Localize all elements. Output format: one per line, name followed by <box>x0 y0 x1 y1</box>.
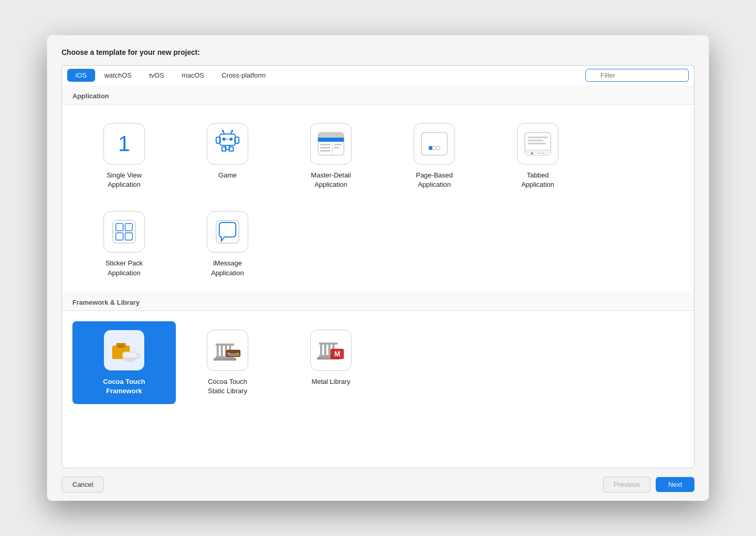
svg-rect-57 <box>319 343 338 345</box>
content-area[interactable]: Application 1 Single ViewApplication <box>62 85 694 468</box>
svg-rect-59 <box>324 345 326 355</box>
svg-rect-46 <box>123 352 137 358</box>
page-based-label: Page-BasedApplication <box>416 171 453 189</box>
svg-point-31 <box>538 153 539 154</box>
cocoa-touch-framework-label: Cocoa TouchFramework <box>103 377 145 396</box>
template-sticker-pack[interactable]: Sticker PackApplication <box>72 203 176 286</box>
section-header-framework-library: Framework & Library <box>62 291 694 311</box>
dialog-footer: Cancel Previous Next <box>47 468 709 501</box>
tabbed-icon: ★ <box>523 130 553 157</box>
new-project-dialog: Choose a template for your new project: … <box>47 35 709 501</box>
application-templates-grid-row2: Sticker PackApplication iMessageApplicat… <box>62 203 694 291</box>
svg-rect-18 <box>320 147 330 148</box>
svg-rect-3 <box>225 138 230 140</box>
filter-wrapper: ⊜ <box>585 69 689 82</box>
svg-rect-17 <box>320 144 330 145</box>
framework-templates-grid: Cocoa TouchFramework <box>62 311 694 409</box>
svg-rect-58 <box>320 345 322 355</box>
single-view-icon-wrap: 1 <box>103 123 145 165</box>
cocoa-touch-static-label: Cocoa TouchStatic Library <box>208 377 247 396</box>
tab-crossplatform[interactable]: Cross-platform <box>214 69 274 82</box>
svg-rect-49 <box>217 346 219 356</box>
svg-text:★: ★ <box>530 151 534 156</box>
svg-rect-41 <box>125 233 132 240</box>
svg-rect-36 <box>528 143 546 144</box>
tab-tvos[interactable]: tvOS <box>141 69 172 82</box>
game-label: Game <box>218 171 236 180</box>
template-imessage[interactable]: iMessageApplication <box>176 203 279 286</box>
master-detail-icon-wrap <box>310 123 352 165</box>
svg-rect-16 <box>318 138 344 142</box>
imessage-icon-wrap <box>207 211 248 252</box>
svg-point-33 <box>543 153 545 154</box>
svg-rect-22 <box>334 147 339 148</box>
svg-rect-40 <box>116 233 123 240</box>
svg-rect-38 <box>116 224 123 231</box>
filter-input[interactable] <box>585 69 689 82</box>
svg-rect-19 <box>320 150 330 152</box>
imessage-icon <box>214 218 241 245</box>
template-single-view[interactable]: 1 Single ViewApplication <box>72 115 176 198</box>
svg-rect-48 <box>216 344 234 346</box>
dialog-title: Choose a template for your new project: <box>62 48 200 56</box>
cocoa-touch-static-icon-wrap: Touch <box>207 330 248 371</box>
svg-rect-23 <box>421 132 447 155</box>
template-cocoa-touch-framework[interactable]: Cocoa TouchFramework <box>72 321 176 404</box>
next-button[interactable]: Next <box>656 477 694 492</box>
svg-rect-15 <box>318 135 344 138</box>
metal-library-icon-wrap: M <box>310 330 352 371</box>
svg-rect-21 <box>334 144 342 145</box>
svg-point-12 <box>231 130 233 132</box>
svg-rect-60 <box>328 345 330 355</box>
svg-rect-54 <box>214 358 236 361</box>
tab-watchos[interactable]: watchOS <box>96 69 140 82</box>
sticker-pack-icon-wrap <box>103 211 145 252</box>
tabbed-label: TabbedApplication <box>521 171 554 189</box>
dialog-header: Choose a template for your new project: <box>47 35 709 65</box>
cancel-button[interactable]: Cancel <box>62 477 104 493</box>
template-page-based[interactable]: Page-BasedApplication <box>383 115 486 198</box>
tab-ios[interactable]: iOS <box>67 69 95 82</box>
template-game[interactable]: Game <box>176 115 279 198</box>
game-icon <box>214 130 241 158</box>
svg-rect-35 <box>528 140 543 141</box>
template-metal-library[interactable]: M Metal Library <box>279 321 383 404</box>
svg-rect-50 <box>221 346 223 356</box>
filter-container: ⊜ <box>585 69 689 82</box>
tab-macos[interactable]: macOS <box>173 69 212 82</box>
page-based-icon <box>419 130 449 157</box>
master-detail-icon <box>316 130 346 157</box>
metal-library-icon: M <box>315 334 347 366</box>
single-view-label: Single ViewApplication <box>107 171 142 189</box>
svg-point-10 <box>222 130 224 132</box>
tabbed-icon-wrap: ★ <box>517 123 558 165</box>
application-templates-grid: 1 Single ViewApplication <box>62 105 694 203</box>
svg-rect-39 <box>125 224 132 231</box>
dialog-body: iOS watchOS tvOS macOS Cross-platform ⊜ … <box>47 65 709 468</box>
section-header-application: Application <box>62 85 694 105</box>
svg-text:M: M <box>334 350 340 358</box>
template-master-detail[interactable]: Master-DetailApplication <box>279 115 383 198</box>
sticker-pack-icon <box>111 218 138 245</box>
previous-button[interactable]: Previous <box>603 477 651 493</box>
footer-right: Previous Next <box>603 477 694 493</box>
cocoa-touch-framework-icon-wrap <box>103 330 145 371</box>
game-icon-wrap <box>207 123 248 165</box>
cocoa-touch-static-icon: Touch <box>211 334 244 366</box>
svg-point-32 <box>540 153 542 154</box>
tabs-inner: iOS watchOS tvOS macOS Cross-platform <box>67 69 584 82</box>
tabs-bar: iOS watchOS tvOS macOS Cross-platform ⊜ <box>62 65 694 85</box>
svg-rect-47 <box>118 346 124 348</box>
cocoa-touch-framework-icon <box>108 335 140 365</box>
imessage-label: iMessageApplication <box>211 259 244 277</box>
metal-library-label: Metal Library <box>311 377 350 386</box>
master-detail-label: Master-DetailApplication <box>311 171 351 189</box>
template-cocoa-touch-static[interactable]: Touch Cocoa TouchStatic Library <box>176 321 279 404</box>
sticker-pack-label: Sticker PackApplication <box>105 259 143 277</box>
template-tabbed[interactable]: ★ TabbedApplication <box>486 115 589 198</box>
number-1-icon: 1 <box>118 131 130 156</box>
svg-rect-34 <box>528 137 548 138</box>
page-based-icon-wrap <box>414 123 455 165</box>
svg-text:Touch: Touch <box>227 352 239 357</box>
